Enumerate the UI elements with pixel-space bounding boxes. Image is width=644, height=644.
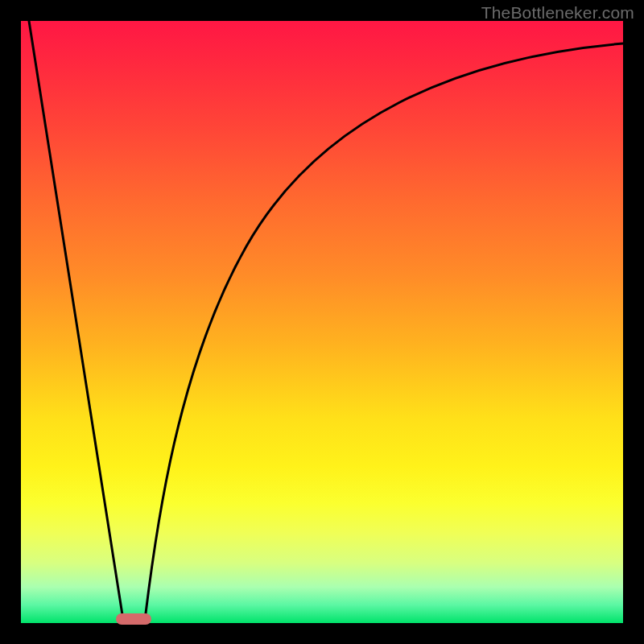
- chart-frame: TheBottleneker.com: [0, 0, 644, 644]
- watermark-text: TheBottleneker.com: [481, 3, 634, 23]
- right-curve: [145, 43, 623, 620]
- chart-svg: [21, 21, 623, 623]
- bottom-marker: [116, 613, 151, 625]
- left-line: [29, 21, 123, 620]
- plot-area: [21, 21, 623, 623]
